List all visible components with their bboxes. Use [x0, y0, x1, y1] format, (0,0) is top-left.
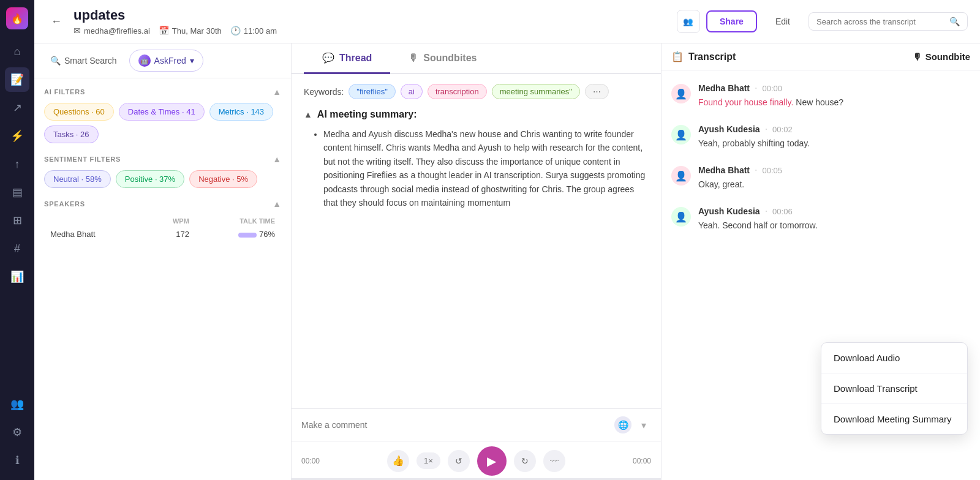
speed-button[interactable]: 1× — [417, 452, 440, 469]
transcript-tab[interactable]: 📋 Transcript — [671, 51, 736, 62]
globe-button[interactable]: 🌐 — [614, 416, 631, 433]
filter-neutral[interactable]: Neutral · 58% — [44, 170, 111, 188]
comment-input[interactable] — [301, 420, 608, 430]
speakers-col-name — [45, 216, 145, 226]
avatar-medha-1: 👤 — [671, 84, 691, 103]
tab-thread[interactable]: 💬 Thread — [304, 43, 390, 74]
filter-neutral-label: Neutral · 58% — [53, 174, 102, 184]
sidebar-item-upload[interactable]: ↑ — [5, 152, 29, 176]
transcript-entry-2: 👤 Ayush Kudesia · 00:02 Yeah, probably s… — [662, 116, 980, 157]
comment-box: 🌐 ▾ — [292, 408, 661, 441]
keyword-ai[interactable]: ai — [401, 84, 423, 99]
sidebar-item-home[interactable]: ⌂ — [5, 39, 29, 64]
right-panel: 📋 Transcript 🎙 Soundbite 👤 Medha Bhatt · — [662, 43, 980, 480]
sidebar-item-people[interactable]: 👥 — [5, 392, 29, 416]
download-audio-item[interactable]: Download Audio — [821, 343, 967, 373]
back-button[interactable]: ← — [47, 12, 66, 31]
thumbs-up-button[interactable]: 👍 — [387, 450, 409, 472]
filter-section: AI FILTERS ▲ Questions · 60 Dates & Time… — [34, 78, 291, 480]
speakers-col-wpm: WPM — [146, 216, 194, 226]
soundbite-icon: 🎙 — [913, 51, 922, 62]
download-summary-label: Download Meeting Summary — [834, 414, 952, 424]
share-button[interactable]: Share — [706, 10, 757, 32]
sidebar-item-grid[interactable]: ⊞ — [5, 208, 29, 233]
speaker-name-1: Medha Bhatt — [698, 83, 750, 93]
comment-chevron-icon[interactable]: ▾ — [636, 418, 651, 432]
sentiment-filters-title: SENTIMENT FILTERS — [44, 156, 121, 163]
filter-negative[interactable]: Negative · 5% — [189, 170, 257, 188]
speed-x: × — [428, 456, 433, 465]
smart-search-tab[interactable]: 🔍 Smart Search — [43, 51, 124, 70]
text-after-1: New house? — [796, 97, 843, 107]
askfred-tab[interactable]: 🤖 AskFred ▾ — [129, 50, 203, 72]
speaker-info-2: Ayush Kudesia · 00:02 Yeah, probably shi… — [698, 124, 970, 150]
filter-dates[interactable]: Dates & Times · 41 — [119, 103, 205, 121]
tab-soundbites[interactable]: 🎙 Soundbites — [390, 43, 495, 74]
speaker-line-2: Ayush Kudesia · 00:02 — [698, 124, 970, 135]
speakers-table: WPM TALK TIME Medha Bhatt 172 76% — [44, 215, 281, 242]
filter-questions[interactable]: Questions · 60 — [44, 103, 114, 121]
download-transcript-item[interactable]: Download Transcript — [821, 373, 967, 404]
transcript-search[interactable]: 🔍 — [809, 12, 968, 31]
topbar: ← updates ✉ medha@fireflies.ai 📅 Thu, Ma… — [34, 0, 980, 43]
summary-label: AI meeting summary: — [317, 109, 417, 120]
sidebar-item-settings[interactable]: ⚙ — [5, 420, 29, 444]
speakers-col-talk: TALK TIME — [195, 216, 280, 226]
keyword-meeting-summaries[interactable]: meeting summaries" — [492, 84, 580, 99]
filter-positive-label: Positive · 37% — [125, 174, 175, 184]
sidebar-item-info[interactable]: ℹ — [5, 448, 29, 473]
meta-date-text: Thu, Mar 30th — [172, 26, 222, 36]
player-time-start: 00:00 — [301, 457, 326, 465]
app-logo[interactable]: 🔥 — [6, 7, 28, 29]
waveform-button[interactable]: 〰 — [543, 450, 565, 472]
download-audio-label: Download Audio — [834, 353, 900, 363]
keyword-fireflies[interactable]: "fireflies" — [349, 84, 395, 99]
filter-negative-label: Negative · 5% — [198, 174, 248, 184]
transcript-entry-3: 👤 Medha Bhatt · 00:05 Okay, great. — [662, 157, 980, 198]
rewind-button[interactable]: ↺ — [448, 450, 470, 472]
edit-button[interactable]: Edit — [763, 12, 802, 31]
meta-email-text: medha@fireflies.ai — [84, 26, 150, 36]
sidebar-item-lightning[interactable]: ⚡ — [5, 124, 29, 148]
ai-filters-group: AI FILTERS ▲ Questions · 60 Dates & Time… — [44, 87, 281, 143]
sentiment-filters-header: SENTIMENT FILTERS ▲ — [44, 154, 281, 164]
main-content: ← updates ✉ medha@fireflies.ai 📅 Thu, Ma… — [34, 0, 980, 480]
filter-positive[interactable]: Positive · 37% — [116, 170, 184, 188]
keyword-more[interactable]: ⋯ — [585, 84, 609, 99]
ai-filters-title: AI FILTERS — [44, 88, 85, 96]
sidebar-item-share[interactable]: ↗ — [5, 96, 29, 120]
soundbite-tab[interactable]: 🎙 Soundbite — [913, 51, 970, 62]
sidebar-item-layers[interactable]: ▤ — [5, 180, 29, 204]
search-icon: 🔍 — [949, 17, 960, 26]
middle-tab-bar: 💬 Thread 🎙 Soundbites — [292, 43, 661, 74]
sentiment-filters-toggle[interactable]: ▲ — [273, 154, 281, 164]
logo-text: 🔥 — [11, 13, 23, 24]
ai-filters-header: AI FILTERS ▲ — [44, 87, 281, 97]
sentiment-filters-group: SENTIMENT FILTERS ▲ Neutral · 58% Positi… — [44, 154, 281, 188]
sidebar-item-hashtag[interactable]: # — [5, 236, 29, 261]
filter-tasks[interactable]: Tasks · 26 — [44, 126, 99, 143]
forward-button[interactable]: ↻ — [514, 450, 536, 472]
collapse-icon[interactable]: ▲ — [304, 110, 312, 119]
meta-email: ✉ medha@fireflies.ai — [74, 26, 150, 36]
sidebar-item-chart[interactable]: 📊 — [5, 264, 29, 289]
keyword-transcription[interactable]: transcription — [428, 84, 487, 99]
speakers-toggle[interactable]: ▲ — [273, 199, 281, 209]
play-button[interactable]: ▶ — [477, 446, 507, 476]
meeting-title: updates — [74, 7, 669, 23]
right-tab-bar: 📋 Transcript 🎙 Soundbite — [662, 43, 980, 70]
download-summary-item[interactable]: Download Meeting Summary — [821, 404, 967, 434]
transcript-entry-4: 👤 Ayush Kudesia · 00:06 Yeah. Second hal… — [662, 198, 980, 239]
speaker-dot-4: · — [765, 206, 767, 217]
search-input[interactable] — [816, 17, 944, 26]
speaker-name-3: Medha Bhatt — [698, 165, 750, 175]
meta-time-text: 11:00 am — [244, 26, 277, 36]
filter-metrics[interactable]: Metrics · 143 — [209, 103, 273, 121]
player-controls: 👍 1× ↺ ▶ ↻ 〰 — [333, 446, 619, 476]
ai-filters-toggle[interactable]: ▲ — [273, 87, 281, 97]
sidebar-item-documents[interactable]: 📝 — [5, 67, 29, 92]
content-area: 🔍 Smart Search 🤖 AskFred ▾ AI FILTERS ▲ — [34, 43, 980, 480]
people-view-button[interactable]: 👥 — [677, 10, 700, 33]
transcript-text-4: Yeah. Second half or tomorrow. — [698, 219, 970, 232]
transcript-text-3: Okay, great. — [698, 178, 970, 191]
